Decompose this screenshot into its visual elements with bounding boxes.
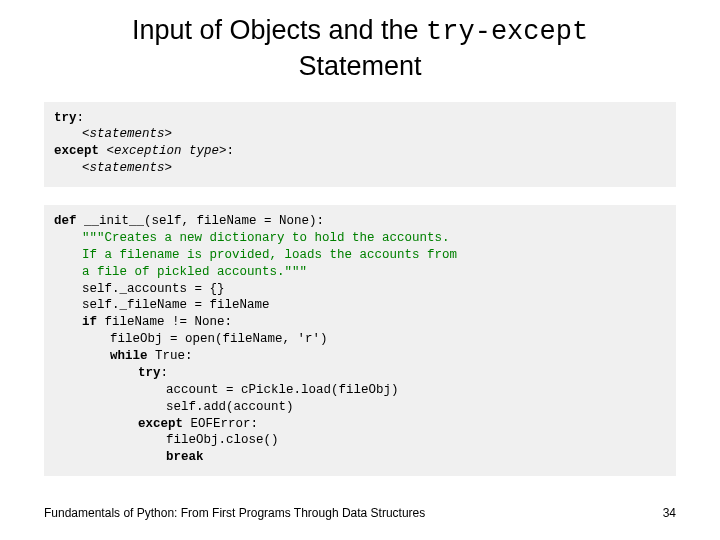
slide-footer: Fundamentals of Python: From First Progr… bbox=[44, 506, 676, 520]
kw-try: try bbox=[54, 111, 77, 125]
def-sig: __init__(self, fileName = None): bbox=[77, 214, 325, 228]
code-line: True: bbox=[148, 349, 193, 363]
stmts-placeholder: <statements> bbox=[54, 160, 666, 177]
docstring: a file of pickled accounts.""" bbox=[54, 264, 666, 281]
colon: : bbox=[77, 111, 85, 125]
code-line: self._accounts = {} bbox=[54, 281, 666, 298]
title-mono: try-except bbox=[426, 17, 588, 47]
code-line: self._fileName = fileName bbox=[54, 297, 666, 314]
example-block: def __init__(self, fileName = None): """… bbox=[44, 205, 676, 476]
kw-try: try bbox=[138, 366, 161, 380]
kw-except: except bbox=[54, 144, 99, 158]
footer-text: Fundamentals of Python: From First Progr… bbox=[44, 506, 425, 520]
stmts-placeholder: <statements> bbox=[54, 126, 666, 143]
kw-break: break bbox=[54, 449, 666, 466]
exception-type: <exception type> bbox=[99, 144, 227, 158]
docstring: """Creates a new dictionary to hold the … bbox=[54, 230, 666, 247]
slide-title: Input of Objects and the try-except Stat… bbox=[0, 0, 720, 84]
syntax-block: try: <statements> except <exception type… bbox=[44, 102, 676, 188]
kw-def: def bbox=[54, 214, 77, 228]
colon: : bbox=[227, 144, 235, 158]
kw-except: except bbox=[138, 417, 183, 431]
kw-while: while bbox=[110, 349, 148, 363]
code-line: account = cPickle.load(fileObj) bbox=[54, 382, 666, 399]
title-part2: Statement bbox=[298, 51, 421, 81]
code-line: EOFError: bbox=[183, 417, 258, 431]
code-line: fileObj = open(fileName, 'r') bbox=[54, 331, 666, 348]
kw-if: if bbox=[82, 315, 97, 329]
docstring: If a filename is provided, loads the acc… bbox=[54, 247, 666, 264]
title-part1: Input of Objects and the bbox=[132, 15, 426, 45]
colon: : bbox=[161, 366, 169, 380]
code-line: fileObj.close() bbox=[54, 432, 666, 449]
page-number: 34 bbox=[663, 506, 676, 520]
code-line: fileName != None: bbox=[97, 315, 232, 329]
code-line: self.add(account) bbox=[54, 399, 666, 416]
